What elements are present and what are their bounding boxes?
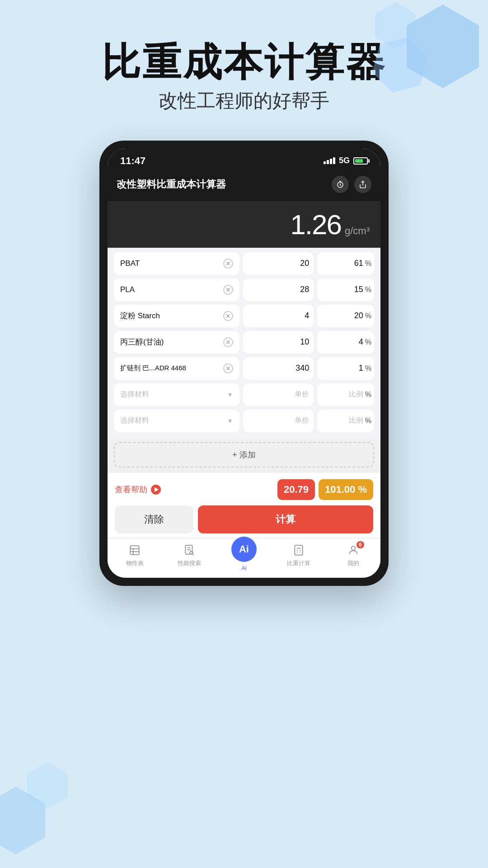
- material-select-2[interactable]: 淀粉 Starch ✕: [114, 305, 239, 327]
- price-input-0[interactable]: 20: [243, 252, 314, 275]
- calculate-button[interactable]: 计算: [198, 505, 373, 533]
- empty-price-1[interactable]: 单价: [243, 410, 314, 432]
- tab-properties[interactable]: 物性表: [108, 543, 162, 571]
- price-input-2[interactable]: 4: [243, 305, 314, 327]
- ratio-value-2: 20: [354, 311, 363, 321]
- empty-material-placeholder-0: 选择材料: [120, 390, 149, 399]
- status-bar: 11:47 5G: [108, 149, 380, 170]
- ingredient-row-0: PBAT ✕ 20 61 %: [114, 252, 374, 275]
- empty-price-0[interactable]: 单价: [243, 383, 314, 406]
- ratio-input-0[interactable]: 61 %: [317, 252, 374, 275]
- action-row: 清除 计算: [115, 505, 373, 533]
- empty-material-select-0[interactable]: 选择材料 ▼: [114, 383, 239, 406]
- empty-price-placeholder-0: 单价: [295, 390, 309, 399]
- tab-ai[interactable]: Ai Ai: [217, 543, 272, 571]
- bottom-section: 查看帮助 20.79 101.00 %: [108, 473, 380, 538]
- signal-icon: [324, 157, 335, 164]
- search-doc-icon: [182, 543, 197, 557]
- tab-mine[interactable]: 6 我的: [326, 543, 380, 571]
- empty-row-1: 选择材料 ▼ 单价 比例 %: [114, 410, 374, 432]
- tab-density[interactable]: 比重计算: [271, 543, 326, 571]
- empty-ratio-1[interactable]: 比例 %: [317, 410, 374, 432]
- dropdown-arrow-1: ▼: [227, 417, 233, 425]
- price-value-2: 4: [305, 311, 309, 321]
- empty-material-select-1[interactable]: 选择材料 ▼: [114, 410, 239, 432]
- clear-material-3[interactable]: ✕: [223, 337, 233, 347]
- cost-result-box: 20.79: [277, 479, 315, 500]
- ratio-input-3[interactable]: 4 %: [317, 331, 374, 354]
- price-input-4[interactable]: 340: [243, 357, 314, 380]
- empty-ratio-placeholder-0: 比例: [349, 390, 363, 399]
- network-type: 5G: [339, 156, 350, 165]
- status-icons: 5G: [324, 156, 368, 165]
- ai-label: Ai: [239, 543, 249, 555]
- signal-bar-1: [324, 161, 326, 164]
- ai-icon[interactable]: Ai: [231, 537, 257, 562]
- tab-density-label: 比重计算: [287, 559, 310, 567]
- empty-material-placeholder-1: 选择材料: [120, 416, 149, 425]
- add-ingredient-button[interactable]: + 添加: [114, 442, 374, 467]
- material-name-3: 丙三醇(甘油): [120, 337, 223, 347]
- battery-icon: [353, 157, 368, 165]
- signal-bar-4: [333, 157, 335, 164]
- ratio-input-1[interactable]: 15 %: [317, 278, 374, 301]
- clear-material-1[interactable]: ✕: [223, 285, 233, 295]
- ratio-value-3: 4: [359, 337, 363, 347]
- clear-material-2[interactable]: ✕: [223, 311, 233, 321]
- person-icon: 6: [346, 543, 361, 557]
- calc-icon: [291, 543, 306, 557]
- add-button-label: + 添加: [232, 450, 256, 459]
- empty-ratio-placeholder-1: 比例: [349, 416, 363, 425]
- price-value-0: 20: [300, 259, 309, 268]
- clear-material-4[interactable]: ✕: [223, 363, 233, 373]
- clear-material-0[interactable]: ✕: [223, 259, 233, 269]
- empty-ratio-0[interactable]: 比例 %: [317, 383, 374, 406]
- app-header-icons: [332, 176, 371, 193]
- material-select-3[interactable]: 丙三醇(甘油) ✕: [114, 331, 239, 354]
- material-select-0[interactable]: PBAT ✕: [114, 252, 239, 275]
- cost-result-value: 20.79: [284, 484, 309, 495]
- ratio-input-4[interactable]: 1 %: [317, 357, 374, 380]
- svg-point-17: [351, 546, 355, 550]
- material-select-1[interactable]: PLA ✕: [114, 278, 239, 301]
- phone-mockup: 11:47 5G 改性塑料比重成本计算器: [99, 141, 389, 586]
- main-title: 比重成本计算器: [0, 41, 488, 84]
- material-name-0: PBAT: [120, 259, 223, 268]
- material-select-4[interactable]: 扩链剂 巴...ADR 4468 ✕: [114, 357, 239, 380]
- help-label: 查看帮助: [115, 484, 147, 495]
- tab-search-label: 性能搜索: [178, 559, 201, 567]
- svg-rect-2: [131, 546, 140, 555]
- header-section: 比重成本计算器 改性工程师的好帮手: [0, 0, 488, 132]
- status-time: 11:47: [120, 155, 145, 167]
- ingredient-row-3: 丙三醇(甘油) ✕ 10 4 %: [114, 331, 374, 354]
- material-name-1: PLA: [120, 285, 223, 294]
- play-triangle: [155, 487, 159, 492]
- help-link[interactable]: 查看帮助: [115, 484, 161, 495]
- result-value: 1.26: [290, 208, 341, 241]
- price-value-1: 28: [300, 285, 309, 294]
- ratio-value-1: 15: [354, 285, 363, 294]
- tab-ai-label: Ai: [241, 565, 247, 571]
- share-button[interactable]: [354, 176, 371, 193]
- phone-screen: 11:47 5G 改性塑料比重成本计算器: [108, 149, 380, 578]
- tab-search[interactable]: 性能搜索: [162, 543, 217, 571]
- material-name-4: 扩链剂 巴...ADR 4468: [120, 364, 223, 373]
- tab-properties-label: 物性表: [126, 559, 144, 567]
- price-value-4: 340: [296, 363, 309, 373]
- svg-rect-11: [295, 545, 302, 555]
- clear-button[interactable]: 清除: [115, 505, 193, 533]
- empty-row-0: 选择材料 ▼ 单价 比例 %: [114, 383, 374, 406]
- price-input-3[interactable]: 10: [243, 331, 314, 354]
- empty-price-placeholder-1: 单价: [295, 416, 309, 425]
- ratio-input-2[interactable]: 20 %: [317, 305, 374, 327]
- dropdown-arrow-0: ▼: [227, 391, 233, 398]
- ingredient-row-1: PLA ✕ 28 15 %: [114, 278, 374, 301]
- price-input-1[interactable]: 28: [243, 278, 314, 301]
- ratio-result-value: 101.00 %: [325, 484, 367, 495]
- timer-button[interactable]: [332, 176, 349, 193]
- phone-mockup-container: 11:47 5G 改性塑料比重成本计算器: [0, 141, 488, 586]
- svg-line-10: [192, 554, 194, 555]
- ratio-result-box: 101.00 %: [319, 479, 373, 500]
- play-icon: [151, 485, 161, 495]
- signal-bar-2: [327, 160, 329, 164]
